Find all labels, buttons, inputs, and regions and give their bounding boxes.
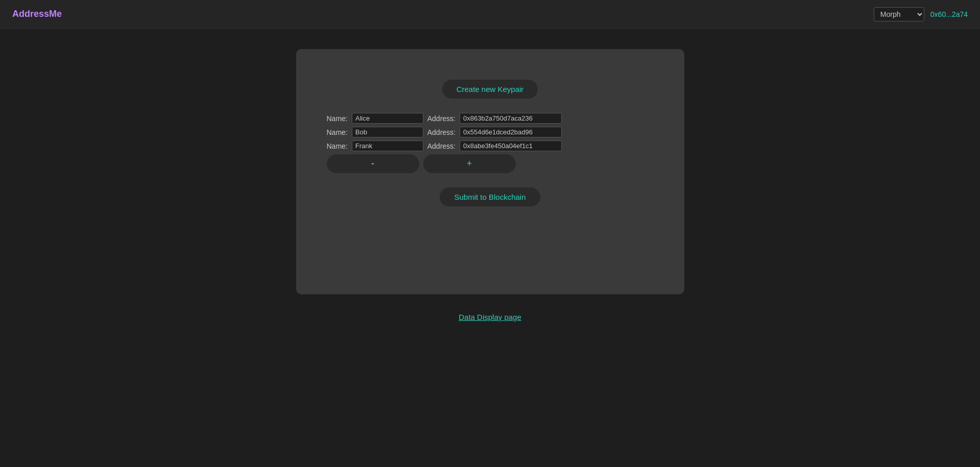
network-select[interactable]: Morph Ethereum Polygon (874, 7, 924, 21)
navbar-right: Morph Ethereum Polygon 0x60...2a74 (874, 7, 968, 21)
wallet-address-link[interactable]: 0x60...2a74 (930, 10, 968, 18)
submit-blockchain-button[interactable]: Submit to Blockchain (440, 188, 540, 206)
address-label-1: Address: (427, 128, 456, 136)
keypair-row: Name: Address: (327, 127, 562, 137)
main-content: Create new Keypair Name: Address: Name: … (0, 29, 980, 342)
brand-link[interactable]: AddressMe (12, 9, 62, 19)
address-input-1[interactable] (460, 127, 562, 137)
name-label-0: Name: (327, 114, 348, 123)
data-display-link[interactable]: Data Display page (459, 313, 521, 321)
remove-keypair-button[interactable]: - (327, 154, 419, 173)
address-label-0: Address: (427, 114, 456, 123)
navbar: AddressMe Morph Ethereum Polygon 0x60...… (0, 0, 980, 29)
add-keypair-button[interactable]: + (423, 154, 516, 173)
name-input-2[interactable] (352, 141, 423, 151)
name-input-0[interactable] (352, 113, 423, 124)
name-input-1[interactable] (352, 127, 423, 137)
name-label-1: Name: (327, 128, 348, 136)
address-input-2[interactable] (460, 141, 562, 151)
keypair-row: Name: Address: (327, 113, 562, 124)
keypairs-section: Name: Address: Name: Address: Name: Addr… (317, 113, 664, 173)
address-input-0[interactable] (460, 113, 562, 124)
keypair-row: Name: Address: (327, 141, 562, 151)
address-label-2: Address: (427, 142, 456, 150)
main-card: Create new Keypair Name: Address: Name: … (296, 49, 684, 294)
add-remove-row: - + (327, 154, 516, 173)
name-label-2: Name: (327, 142, 348, 150)
create-keypair-button[interactable]: Create new Keypair (442, 80, 538, 99)
